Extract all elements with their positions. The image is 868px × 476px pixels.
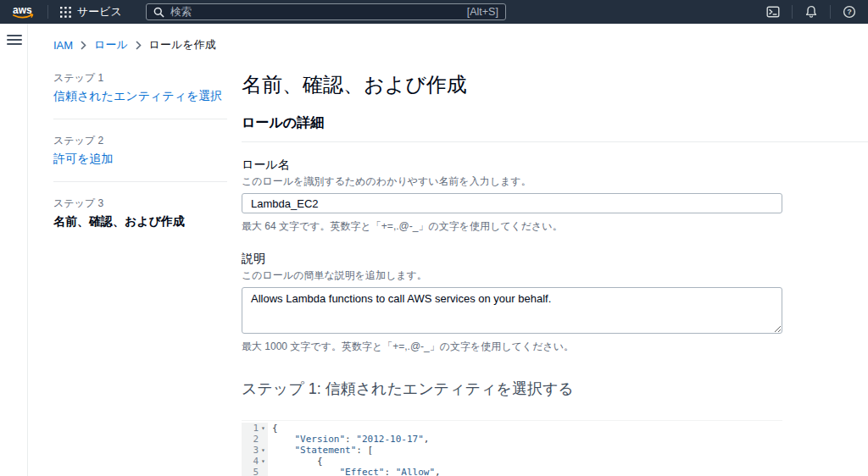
step1-review-section-title: ステップ 1: 信頼されたエンティティを選択する xyxy=(242,379,868,399)
aws-logo-icon: aws xyxy=(10,3,36,20)
policy-editor[interactable]: 1▾{2 "Version": "2012-10-17",3▾ "Stateme… xyxy=(242,420,782,476)
section-divider xyxy=(242,141,868,142)
breadcrumb-link-roles[interactable]: ロール xyxy=(94,37,128,53)
code-line: 1▾{ xyxy=(242,423,782,434)
chevron-right-icon xyxy=(136,41,142,50)
fold-arrow-icon[interactable]: ▾ xyxy=(259,456,268,467)
role-name-input[interactable] xyxy=(242,193,782,213)
svg-text:?: ? xyxy=(847,8,852,16)
role-name-field: ロール名 このロールを識別するためのわかりやすい名前を入力します。 最大 64 … xyxy=(242,158,868,234)
notifications-button[interactable] xyxy=(793,0,830,24)
description-textarea[interactable]: Allows Lambda functions to call AWS serv… xyxy=(242,287,782,334)
line-number-gutter: 1▾ xyxy=(242,423,268,434)
step-link-add-permissions[interactable]: 許可を追加 xyxy=(53,152,227,167)
grid-icon xyxy=(60,7,71,18)
description-constraint: 最大 1000 文字です。英数字と「+=,.@-_」の文字を使用してください。 xyxy=(242,340,868,354)
chevron-right-icon xyxy=(81,41,86,50)
steps-divider xyxy=(53,181,227,182)
help-button[interactable]: ? xyxy=(831,0,868,24)
line-number-gutter: 3▾ xyxy=(242,445,268,456)
svg-text:aws: aws xyxy=(13,4,32,16)
code-text: "Effect": "Allow", xyxy=(268,467,441,476)
breadcrumb-link-iam[interactable]: IAM xyxy=(53,39,73,52)
wizard-main-panel: 名前、確認、および作成 ロールの詳細 ロール名 このロールを識別するためのわかり… xyxy=(242,71,868,476)
code-line: 2 "Version": "2012-10-17", xyxy=(242,434,782,445)
top-navigation-bar: aws サービス 検索 [Alt+S] xyxy=(0,0,868,24)
fold-arrow-icon[interactable]: ▾ xyxy=(259,445,268,456)
wizard-step-1: ステップ 1 信頼されたエンティティを選択 xyxy=(53,71,227,104)
steps-divider xyxy=(53,119,227,119)
menu-toggle-button[interactable] xyxy=(7,35,22,45)
services-label: サービス xyxy=(77,4,122,19)
code-line: 5 "Effect": "Allow", xyxy=(242,467,782,476)
wizard-step-2: ステップ 2 許可を追加 xyxy=(53,134,227,167)
breadcrumb: IAM ロール ロールを作成 xyxy=(53,37,868,53)
aws-logo[interactable]: aws xyxy=(0,0,47,24)
line-number-gutter: 4▾ xyxy=(242,456,268,467)
search-shortcut-hint: [Alt+S] xyxy=(467,6,498,18)
step-number-label: ステップ 1 xyxy=(53,71,227,86)
services-menu-button[interactable]: サービス xyxy=(48,0,134,24)
fold-arrow-icon[interactable]: ▾ xyxy=(259,423,268,434)
code-line: 4▾ { xyxy=(242,456,782,467)
role-details-section-title: ロールの詳細 xyxy=(242,114,868,132)
hamburger-icon xyxy=(7,35,22,36)
step-number-label: ステップ 3 xyxy=(53,196,227,211)
description-description: このロールの簡単な説明を追加します。 xyxy=(242,268,868,283)
description-label: 説明 xyxy=(242,252,868,267)
cloudshell-icon xyxy=(766,5,780,19)
cloudshell-button[interactable] xyxy=(754,0,792,24)
search-icon xyxy=(153,7,164,18)
wizard-step-3: ステップ 3 名前、確認、および作成 xyxy=(53,196,227,230)
page-content: IAM ロール ロールを作成 ステップ 1 信頼されたエンティティを選択 ステッ… xyxy=(29,24,868,476)
search-placeholder: 検索 xyxy=(170,5,461,19)
line-number-gutter: 2 xyxy=(242,434,268,445)
code-text: "Version": "2012-10-17", xyxy=(268,434,429,445)
step-number-label: ステップ 2 xyxy=(53,134,227,148)
step-link-select-trusted-entity[interactable]: 信頼されたエンティティを選択 xyxy=(53,89,227,104)
code-text: { xyxy=(268,423,278,434)
side-navigation-rail xyxy=(0,24,28,476)
step-current-name-review-create: 名前、確認、および作成 xyxy=(53,214,227,230)
code-line: 3▾ "Statement": [ xyxy=(242,445,782,456)
line-number-gutter: 5 xyxy=(242,467,268,476)
role-name-label: ロール名 xyxy=(242,158,868,173)
code-text: { xyxy=(268,456,323,467)
role-name-description: このロールを識別するためのわかりやすい名前を入力します。 xyxy=(242,174,868,189)
breadcrumb-current: ロールを作成 xyxy=(149,37,216,53)
topbar-right-controls: ? xyxy=(754,0,868,24)
page-title: 名前、確認、および作成 xyxy=(242,71,868,98)
role-name-constraint: 最大 64 文字です。英数字と「+=,.@-_」の文字を使用してください。 xyxy=(242,219,868,234)
help-icon: ? xyxy=(843,5,856,19)
search-input[interactable]: 検索 [Alt+S] xyxy=(146,3,506,20)
code-text: "Statement": [ xyxy=(268,445,373,456)
wizard-steps-nav: ステップ 1 信頼されたエンティティを選択 ステップ 2 許可を追加 ステップ … xyxy=(53,71,227,476)
bell-icon xyxy=(804,5,818,19)
role-description-field: 説明 このロールの簡単な説明を追加します。 Allows Lambda func… xyxy=(242,252,868,354)
